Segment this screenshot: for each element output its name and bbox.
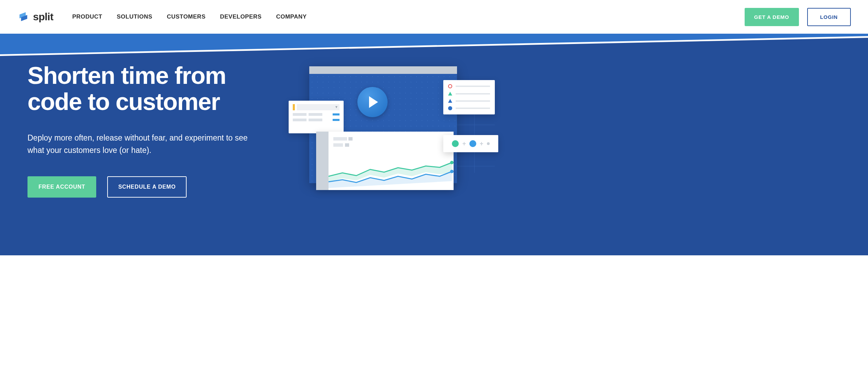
primary-nav: PRODUCT SOLUTIONS CUSTOMERS DEVELOPERS C… xyxy=(72,13,307,20)
nav-item-customers[interactable]: CUSTOMERS xyxy=(167,13,205,20)
hero-copy: Shorten time from code to customer Deplo… xyxy=(27,63,275,214)
free-account-button[interactable]: FREE ACCOUNT xyxy=(27,176,96,198)
plus-icon: + xyxy=(462,140,466,147)
hero-form-panel xyxy=(289,101,344,133)
chart-header-stubs xyxy=(333,136,449,148)
triangle-icon xyxy=(448,99,452,103)
hero-cta-row: FREE ACCOUNT SCHEDULE A DEMO xyxy=(27,176,275,198)
logo[interactable]: split xyxy=(17,11,53,23)
hero-chart-panel xyxy=(316,132,454,190)
nav-item-product[interactable]: PRODUCT xyxy=(72,13,102,20)
nav-item-solutions[interactable]: SOLUTIONS xyxy=(117,13,153,20)
hero-section: Shorten time from code to customer Deplo… xyxy=(0,34,868,255)
hero-title: Shorten time from code to customer xyxy=(27,63,275,115)
dot-icon xyxy=(469,140,476,147)
chart-lines-icon xyxy=(329,152,454,190)
nav-item-developers[interactable]: DEVELOPERS xyxy=(220,13,261,20)
header-actions: GET A DEMO LOGIN xyxy=(745,8,851,26)
login-button[interactable]: LOGIN xyxy=(807,8,851,26)
get-a-demo-button[interactable]: GET A DEMO xyxy=(745,8,799,26)
hero-legend-panel xyxy=(443,80,495,114)
stub-line xyxy=(309,113,322,116)
play-video-button[interactable] xyxy=(357,87,388,117)
site-header: split PRODUCT SOLUTIONS CUSTOMERS DEVELO… xyxy=(0,0,868,34)
legend-line xyxy=(456,86,490,87)
plus-icon: + xyxy=(480,140,483,147)
marker-icon xyxy=(293,104,295,110)
legend-line xyxy=(456,100,490,102)
hero-subtitle: Deploy more often, release without fear,… xyxy=(27,132,261,156)
svg-point-3 xyxy=(450,170,454,173)
legend-line xyxy=(456,93,490,95)
hero-illustration: + + xyxy=(289,63,481,214)
triangle-icon xyxy=(448,92,452,96)
stub-line xyxy=(293,119,307,121)
chip xyxy=(333,119,340,121)
circle-icon xyxy=(448,84,452,88)
select-field-placeholder xyxy=(297,104,340,110)
dot-icon xyxy=(452,140,459,147)
stub-line xyxy=(293,113,307,116)
stub-line xyxy=(309,119,322,121)
nav-item-company[interactable]: COMPANY xyxy=(276,13,307,20)
hero-toggles-panel: + + xyxy=(443,135,498,152)
svg-point-2 xyxy=(450,161,454,164)
chip xyxy=(333,113,340,115)
dot-icon xyxy=(487,142,490,145)
dot-icon xyxy=(448,106,452,110)
schedule-a-demo-button[interactable]: SCHEDULE A DEMO xyxy=(107,176,187,198)
chart-sidebar xyxy=(316,132,329,190)
legend-line xyxy=(456,108,490,109)
logo-text: split xyxy=(33,11,53,23)
split-logo-icon xyxy=(17,11,30,23)
